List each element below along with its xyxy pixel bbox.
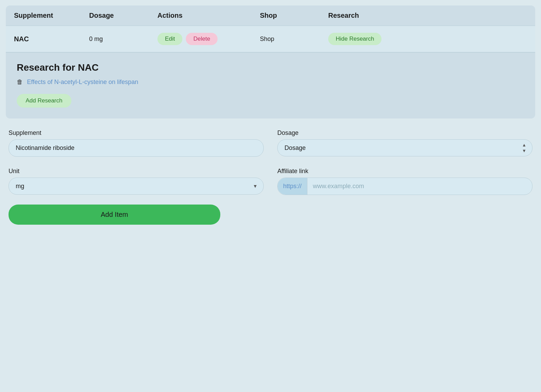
form-grid: Supplement Dosage Dosage ▲ ▼ Unit — [9, 129, 532, 195]
main-container: Supplement Dosage Actions Shop Research … — [6, 5, 535, 225]
research-panel: Research for NAC 🗑 Effects of N-acetyl-L… — [6, 52, 535, 118]
edit-button[interactable]: Edit — [157, 33, 182, 45]
actions-cell: Edit Delete — [157, 33, 260, 45]
hide-research-cell: Hide Research — [328, 33, 410, 45]
dosage-value: 0 mg — [89, 36, 157, 43]
supplement-name: NAC — [14, 35, 89, 43]
research-link[interactable]: Effects of N-acetyl-L-cysteine on lifesp… — [27, 79, 138, 86]
table-header: Supplement Dosage Actions Shop Research — [6, 5, 535, 26]
affiliate-prefix: https:// — [278, 178, 307, 195]
trash-icon[interactable]: 🗑 — [17, 79, 23, 86]
unit-select-wrapper: mg g mcg IU ▼ — [9, 178, 264, 195]
add-research-button[interactable]: Add Research — [17, 94, 71, 108]
header-actions: Actions — [157, 12, 260, 19]
affiliate-input-wrapper: https:// — [277, 178, 532, 195]
unit-select[interactable]: mg g mcg IU — [9, 178, 264, 195]
header-supplement: Supplement — [14, 12, 89, 19]
unit-group: Unit mg g mcg IU ▼ — [9, 168, 264, 195]
research-title: Research for NAC — [17, 62, 524, 73]
supplement-table: Supplement Dosage Actions Shop Research … — [6, 5, 535, 118]
unit-label: Unit — [9, 168, 264, 175]
research-item: 🗑 Effects of N-acetyl-L-cysteine on life… — [17, 79, 524, 86]
dosage-select-wrapper: Dosage ▲ ▼ — [277, 139, 532, 156]
table-row: NAC 0 mg Edit Delete Shop Hide Research — [6, 26, 535, 52]
dosage-label: Dosage — [277, 129, 532, 137]
header-research: Research — [328, 12, 410, 19]
dosage-select[interactable]: Dosage — [277, 139, 532, 156]
header-dosage: Dosage — [89, 12, 157, 19]
delete-button[interactable]: Delete — [186, 33, 218, 45]
supplement-input[interactable] — [9, 139, 264, 157]
add-item-button[interactable]: Add Item — [9, 205, 220, 225]
supplement-label: Supplement — [9, 129, 264, 137]
affiliate-label: Affiliate link — [277, 168, 532, 175]
shop-link[interactable]: Shop — [260, 36, 328, 43]
hide-research-button[interactable]: Hide Research — [328, 33, 382, 45]
dosage-group: Dosage Dosage ▲ ▼ — [277, 129, 532, 157]
header-shop: Shop — [260, 12, 328, 19]
supplement-group: Supplement — [9, 129, 264, 157]
add-item-form: Supplement Dosage Dosage ▲ ▼ Unit — [6, 129, 535, 225]
affiliate-input[interactable] — [307, 178, 532, 195]
affiliate-group: Affiliate link https:// — [277, 168, 532, 195]
